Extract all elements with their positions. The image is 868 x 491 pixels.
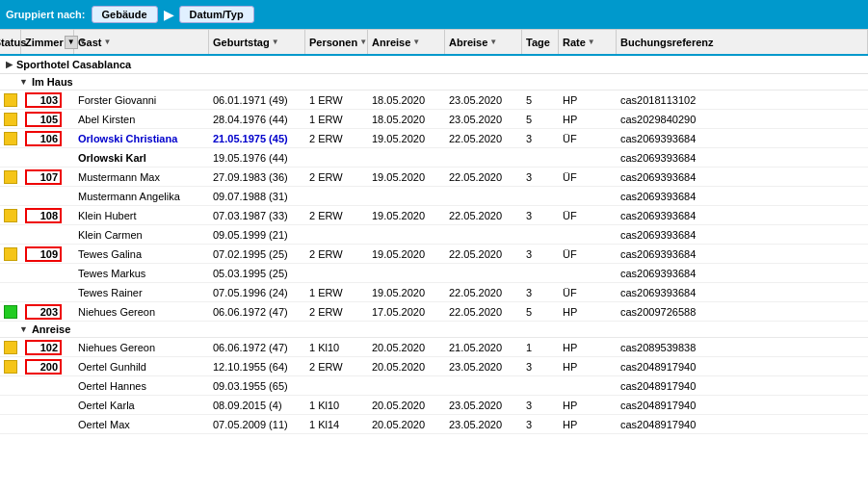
col-label-buchungsref: Buchungsreferenz (620, 37, 714, 48)
anreise-cell: 19.05.2020 (368, 247, 445, 261)
personen-cell: 2 ERW (305, 247, 368, 261)
table-row[interactable]: Klein Carmen09.05.1999 (21)cas2069393684 (0, 225, 868, 245)
gast-cell: Oertel Max (74, 418, 209, 431)
tage-cell (522, 272, 559, 274)
zimmer-cell: 103 (21, 91, 74, 109)
col-header-zimmer[interactable]: Zimmer ▼ ▼ (21, 30, 74, 54)
buchungsref-cell: cas2048917940 (617, 399, 868, 412)
rate-cell (559, 272, 617, 274)
gast-cell: Abel Kirsten (74, 113, 209, 126)
table-row[interactable]: 106Orlowski Christiana21.05.1975 (45)2 E… (0, 129, 868, 148)
table-row[interactable]: 200Oertel Gunhild12.10.1955 (64)2 ERW20.… (0, 357, 868, 376)
rate-cell (559, 157, 617, 159)
col-header-geburtstag[interactable]: Geburtstag ▼ (209, 30, 305, 54)
table-row[interactable]: Tewes Rainer07.05.1996 (24)1 ERW19.05.20… (0, 283, 868, 302)
col-label-anreise: Anreise (372, 37, 410, 48)
buchungsref-cell: cas2048917940 (617, 360, 868, 374)
rate-cell: HP (559, 93, 617, 107)
hotel-section-header[interactable]: ▶ Sporthotel Casablanca (0, 56, 868, 74)
table-row[interactable]: Oertel Karla08.09.2015 (4)1 Kl1020.05.20… (0, 396, 868, 415)
anreise-cell: 19.05.2020 (368, 286, 445, 299)
gast-cell: Niehues Gereon (74, 305, 209, 319)
table-row[interactable]: 109Tewes Galina07.02.1995 (25)2 ERW19.05… (0, 245, 868, 264)
rate-cell: HP (559, 113, 617, 126)
anreise-cell: 20.05.2020 (368, 399, 445, 412)
abreise-cell (445, 272, 522, 274)
table-row[interactable]: 108Klein Hubert07.03.1987 (33)2 ERW19.05… (0, 206, 868, 225)
tage-cell: 5 (522, 113, 559, 126)
col-label-rate: Rate (563, 37, 586, 48)
anreise-cell: 20.05.2020 (368, 418, 445, 431)
geburtstag-cell: 07.03.1987 (33) (209, 209, 305, 222)
zimmer-number: 105 (25, 112, 62, 127)
abreise-cell: 22.05.2020 (445, 209, 522, 222)
status-box (4, 170, 17, 184)
col-header-tage[interactable]: Tage (522, 30, 559, 54)
rate-cell: HP (559, 305, 617, 319)
status-cell (0, 131, 21, 146)
col-label-abreise: Abreise (449, 37, 487, 48)
tage-cell: 3 (522, 360, 559, 374)
anreise-filter-icon: ▼ (412, 38, 420, 46)
abreise-cell: 22.05.2020 (445, 170, 522, 184)
col-header-gast[interactable]: Gast ▼ (74, 30, 209, 54)
zimmer-cell: 107 (21, 168, 74, 186)
col-header-rate[interactable]: Rate ▼ (559, 30, 617, 54)
gast-cell: Mustermann Angelika (74, 190, 209, 203)
geburtstag-cell: 07.05.2009 (11) (209, 418, 305, 431)
table-row[interactable]: Tewes Markus05.03.1995 (25)cas2069393684 (0, 264, 868, 283)
status-cell (0, 292, 21, 294)
table-row[interactable]: 203Niehues Gereon06.06.1972 (47)2 ERW17.… (0, 302, 868, 322)
zimmer-number: 103 (25, 92, 62, 108)
col-label-personen: Personen (309, 37, 357, 48)
buchungsref-cell: cas2069393684 (617, 247, 868, 261)
table-row[interactable]: 105Abel Kirsten28.04.1976 (44)1 ERW18.05… (0, 110, 868, 129)
tage-cell (522, 385, 559, 387)
table-row[interactable]: 103Forster Giovanni06.01.1971 (49)1 ERW1… (0, 90, 868, 110)
anreise-cell: 18.05.2020 (368, 113, 445, 126)
tage-cell: 5 (522, 305, 559, 319)
table-row[interactable]: Oertel Max07.05.2009 (11)1 Kl1420.05.202… (0, 415, 868, 434)
status-cell (0, 340, 21, 355)
zimmer-number: 108 (25, 208, 62, 223)
table-row[interactable]: Orlowski Karl19.05.1976 (44)cas206939368… (0, 148, 868, 168)
personen-cell: 2 ERW (305, 209, 368, 222)
gast-filter-icon: ▼ (103, 38, 111, 46)
tage-cell: 3 (522, 132, 559, 145)
group1-header[interactable]: ▼ Im Haus (0, 74, 868, 90)
status-cell (0, 304, 21, 320)
zimmer-cell (21, 195, 74, 197)
anreise-cell (368, 234, 445, 236)
col-header-personen[interactable]: Personen ▼ (305, 30, 368, 54)
status-box (4, 305, 17, 319)
gast-cell: Tewes Galina (74, 247, 209, 261)
rate-cell: ÜF (559, 132, 617, 145)
table-row[interactable]: 107Mustermann Max27.09.1983 (36)2 ERW19.… (0, 168, 868, 187)
tage-cell: 1 (522, 341, 559, 354)
buchungsref-cell: cas2048917940 (617, 418, 868, 431)
col-header-anreise[interactable]: Anreise ▼ (368, 30, 445, 54)
col-header-status[interactable]: Status (0, 30, 21, 54)
gast-cell: Klein Hubert (74, 209, 209, 222)
table-row[interactable]: Oertel Hannes09.03.1955 (65)cas204891794… (0, 376, 868, 396)
group-by-building-btn[interactable]: Gebäude (92, 6, 158, 23)
table-row[interactable]: 102Niehues Gereon06.06.1972 (47)1 Kl1020… (0, 338, 868, 357)
col-header-abreise[interactable]: Abreise ▼ (445, 30, 522, 54)
buchungsref-cell: cas2069393684 (617, 190, 868, 203)
personen-cell (305, 195, 368, 197)
personen-cell: 1 Kl10 (305, 341, 368, 354)
personen-cell (305, 157, 368, 159)
personen-cell: 2 ERW (305, 305, 368, 319)
geburtstag-cell: 12.10.1955 (64) (209, 360, 305, 374)
anreise-cell: 17.05.2020 (368, 305, 445, 319)
personen-cell (305, 385, 368, 387)
status-cell (0, 359, 21, 375)
group2-header[interactable]: ▼ Anreise (0, 322, 868, 338)
buchungsref-cell: cas2069393684 (617, 286, 868, 299)
group2-label: Anreise (32, 323, 70, 335)
group-by-date-type-btn[interactable]: Datum/Typ (179, 6, 254, 23)
col-header-buchungsref[interactable]: Buchungsreferenz (617, 30, 868, 54)
anreise-cell: 20.05.2020 (368, 341, 445, 354)
tage-cell: 3 (522, 418, 559, 431)
table-row[interactable]: Mustermann Angelika09.07.1988 (31)cas206… (0, 187, 868, 206)
